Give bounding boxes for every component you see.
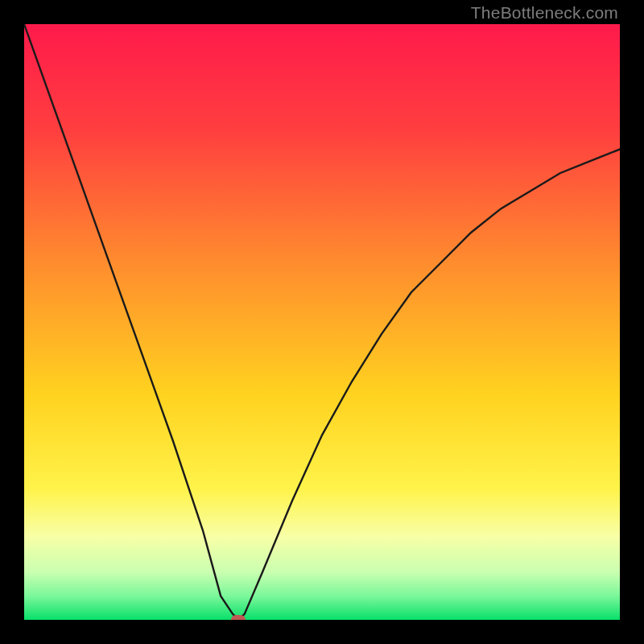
bottleneck-curve bbox=[24, 24, 620, 620]
plot-area bbox=[24, 24, 620, 620]
optimal-marker bbox=[231, 615, 246, 620]
watermark-text: TheBottleneck.com bbox=[471, 3, 618, 23]
